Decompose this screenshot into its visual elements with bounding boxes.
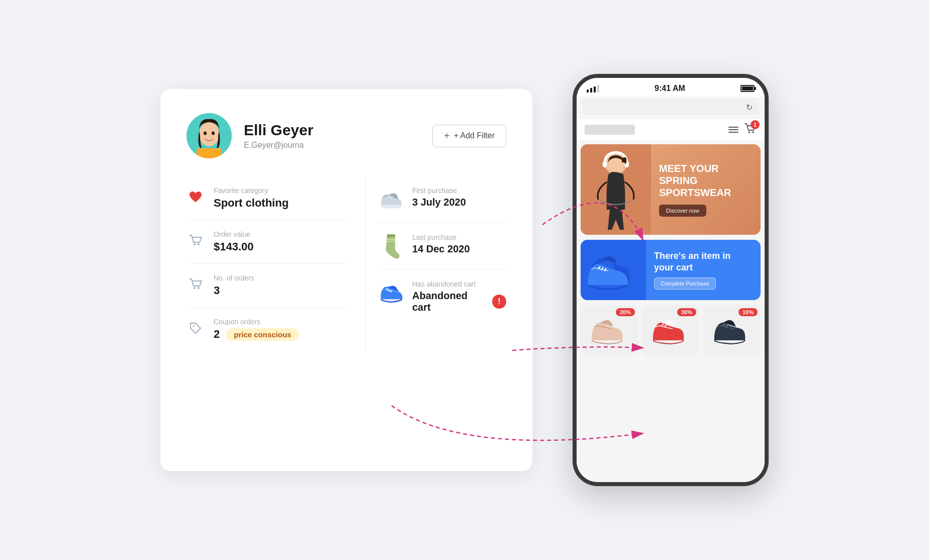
svg-point-20 (748, 131, 750, 133)
coupon-value: 2 (214, 328, 220, 341)
stat-row-ordervalue: Order value $143.00 (187, 220, 349, 264)
sportswear-title: MEET YOUR SPRING SPORTSWEAR (659, 162, 753, 199)
price-conscious-tag: price conscious (226, 328, 299, 341)
banner-cart-text: There's an item in your cart Complete Pu… (646, 244, 761, 296)
product-card-1[interactable]: 20% (581, 305, 638, 355)
orders-value: 3 (214, 284, 254, 297)
svg-point-6 (194, 243, 196, 245)
scroll-content: MEET YOUR SPRING SPORTSWEAR Discover now (577, 140, 765, 482)
app-logo (585, 125, 635, 135)
product-card-3[interactable]: 10% (703, 305, 761, 355)
signal-indicator (587, 85, 599, 92)
favorite-value: Sport clothing (214, 197, 289, 210)
card-header: Elli Geyer E.Geyer@journa + + Add Filter (187, 113, 506, 158)
stat-content-orders: No. of orders 3 (214, 274, 254, 297)
stat-row-coupon: Coupon orders 2 price conscious (187, 308, 349, 351)
status-bar: 9:41 AM (577, 78, 765, 97)
timeline-item-abandoned: Has abandoned cart Abandoned cart ! (378, 270, 506, 323)
timeline-item-last: Last purchase 14 Dec 2020 (378, 223, 506, 270)
tag-icon (187, 322, 205, 337)
cart-icon-order (187, 234, 205, 249)
user-email: E.Geyer@journa (244, 141, 313, 150)
timeline-item-first: First purchase 3 July 2020 (378, 176, 506, 223)
stat-row-favorite: Favorite category Sport clothing (187, 176, 349, 220)
add-filter-button[interactable]: + + Add Filter (432, 125, 506, 147)
cart-banner-image (581, 240, 646, 300)
abandoned-row: Abandoned cart ! (412, 290, 506, 313)
app-header-icons: 1 (728, 123, 757, 136)
svg-point-5 (212, 132, 215, 135)
svg-point-3 (199, 122, 219, 146)
stats-section: Favorite category Sport clothing Order v… (187, 176, 506, 351)
svg-rect-24 (603, 161, 607, 167)
hamburger-icon[interactable] (728, 127, 738, 133)
svg-point-7 (198, 243, 200, 245)
svg-point-10 (193, 326, 195, 327)
sock-icon (378, 233, 404, 259)
phone-screen: 9:41 AM ↻ (577, 78, 765, 482)
warning-icon: ! (492, 295, 506, 309)
abandoned-value: Abandoned cart (412, 290, 487, 313)
coupon-label: Coupon orders (214, 318, 299, 326)
stat-row-orders: No. of orders 3 (187, 264, 349, 308)
banner-cart: There's an item in your cart Complete Pu… (581, 240, 761, 300)
plus-icon: + (444, 130, 450, 142)
discover-now-button[interactable]: Discover now (659, 205, 706, 217)
battery-fill (742, 86, 753, 90)
first-purchase-label: First purchase (412, 186, 466, 195)
shoe-icon-first (378, 186, 404, 213)
stat-content-favorite: Favorite category Sport clothing (214, 186, 289, 210)
hamburger-line-3 (728, 132, 738, 133)
cart-badge: 1 (751, 120, 760, 129)
refresh-icon[interactable]: ↻ (746, 103, 753, 112)
signal-bar-2 (590, 88, 592, 92)
browser-bar: ↻ (583, 99, 759, 115)
user-name: Elli Geyer (244, 122, 313, 139)
timeline-content-last: Last purchase 14 Dec 2020 (412, 233, 470, 255)
hamburger-line-1 (728, 127, 738, 128)
banner-sportswear: MEET YOUR SPRING SPORTSWEAR Discover now (581, 144, 761, 235)
sportswear-image (581, 144, 651, 235)
cart-banner-title: There's an item in your cart (654, 250, 753, 274)
profile-card: Elli Geyer E.Geyer@journa + + Add Filter (160, 89, 532, 471)
scene: Elli Geyer E.Geyer@journa + + Add Filter (160, 74, 769, 486)
cart-icon-wrapper[interactable]: 1 (745, 123, 757, 136)
favorite-label: Favorite category (214, 186, 289, 195)
product-grid: 20% 30% (581, 305, 761, 355)
timeline: First purchase 3 July 2020 (365, 176, 506, 351)
discount-badge-1: 20% (616, 308, 635, 316)
phone-frame: 9:41 AM ↻ (573, 74, 769, 486)
add-filter-label: + Add Filter (454, 131, 495, 140)
user-info: Elli Geyer E.Geyer@journa (187, 113, 313, 158)
hamburger-line-2 (728, 129, 738, 130)
abandoned-label: Has abandoned cart (412, 280, 506, 288)
shoe-icon-abandoned (378, 280, 404, 306)
ordervalue-label: Order value (214, 230, 254, 238)
cart-icon-orders (187, 278, 205, 293)
stat-content-coupon: Coupon orders 2 price conscious (214, 318, 299, 341)
signal-bar-1 (587, 89, 589, 92)
user-name-group: Elli Geyer E.Geyer@journa (244, 122, 313, 150)
battery-icon (740, 85, 755, 92)
svg-point-21 (752, 131, 754, 133)
orders-label: No. of orders (214, 274, 254, 282)
banner-sport-text: MEET YOUR SPRING SPORTSWEAR Discover now (651, 154, 761, 225)
last-purchase-label: Last purchase (412, 233, 470, 241)
ordervalue-value: $143.00 (214, 240, 254, 253)
product-card-2[interactable]: 30% (642, 305, 699, 355)
timeline-content-abandoned: Has abandoned cart Abandoned cart ! (412, 280, 506, 313)
app-header: 1 (577, 119, 765, 140)
heart-icon (187, 191, 205, 206)
signal-bar-4 (597, 85, 599, 92)
phone-wrapper: 9:41 AM ↻ (573, 74, 769, 486)
svg-point-4 (204, 132, 207, 135)
last-purchase-value: 14 Dec 2020 (412, 243, 470, 255)
svg-point-9 (198, 287, 200, 289)
signal-bar-3 (594, 86, 596, 92)
complete-purchase-button[interactable]: Complete Purchase (654, 277, 716, 290)
discount-badge-2: 30% (677, 308, 696, 316)
stats-left: Favorite category Sport clothing Order v… (187, 176, 365, 351)
stat-content-ordervalue: Order value $143.00 (214, 230, 254, 253)
first-purchase-value: 3 July 2020 (412, 197, 466, 208)
status-time: 9:41 AM (655, 84, 685, 93)
